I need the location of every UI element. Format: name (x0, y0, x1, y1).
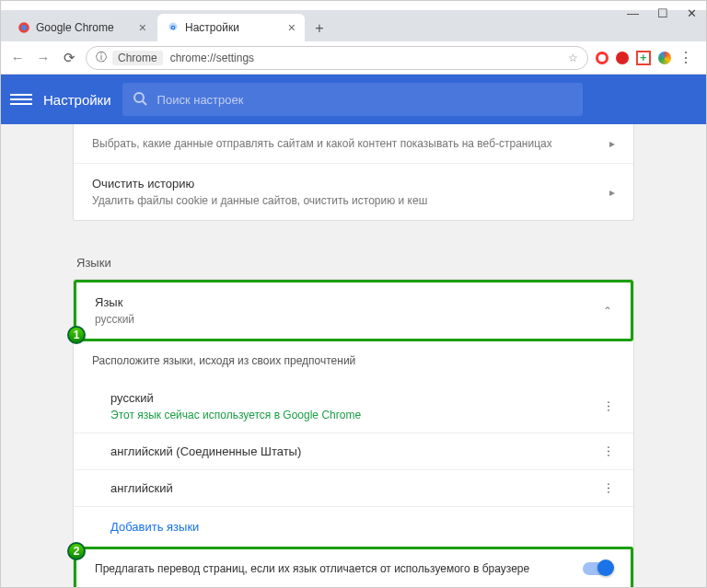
lang-item-en-us: английский (Соединенные Штаты) ⋯ (74, 433, 633, 470)
settings-content[interactable]: Выбрать, какие данные отправлять сайтам … (1, 124, 706, 588)
tabstrip: Google Chrome × Настройки × + (1, 10, 706, 41)
back-button[interactable]: ← (8, 49, 27, 67)
chrome-icon (17, 21, 30, 34)
close-tab-icon[interactable]: × (279, 20, 296, 35)
menu-icon[interactable]: ⋮ (678, 49, 693, 66)
extension-icons: + ⋮ (596, 49, 699, 66)
tab-google-chrome[interactable]: Google Chrome × (8, 14, 156, 41)
yandex-icon[interactable] (596, 52, 608, 64)
svg-point-1 (21, 25, 27, 30)
avatar[interactable] (658, 52, 671, 64)
annotation-badge-1: 1 (67, 326, 86, 344)
language-order-hint: Расположите языки, исходя из своих предп… (74, 341, 633, 380)
savefrom-icon[interactable]: + (636, 51, 651, 65)
search-input[interactable] (157, 93, 572, 107)
lang-item-russian: русский Этот язык сейчас используется в … (74, 380, 633, 433)
kebab-icon[interactable]: ⋯ (602, 400, 616, 413)
section-languages: Языки (73, 243, 634, 279)
row-language[interactable]: Язык русский ⌃ (76, 282, 631, 339)
kebab-icon[interactable]: ⋯ (602, 482, 616, 495)
tab-label: Настройки (185, 21, 239, 34)
tab-settings[interactable]: Настройки × (157, 14, 305, 41)
row-clear-history[interactable]: Очистить историю Удалить файлы cookie и … (74, 164, 633, 220)
row-content-settings[interactable]: Выбрать, какие данные отправлять сайтам … (74, 124, 633, 164)
chevron-right-icon: ▸ (609, 186, 615, 199)
reload-button[interactable]: ⟳ (60, 49, 78, 67)
row-translate-toggle[interactable]: Предлагать перевод страниц, если их язык… (76, 549, 631, 588)
search-settings[interactable] (122, 83, 583, 116)
maximize-button[interactable]: ☐ (657, 6, 668, 20)
toggle-on[interactable] (583, 562, 612, 575)
highlight-2: Предлагать перевод страниц, если их язык… (74, 547, 633, 588)
gear-icon (167, 21, 180, 34)
settings-header: Настройки (1, 75, 706, 124)
minimize-button[interactable]: — (627, 6, 639, 20)
svg-line-4 (143, 101, 146, 105)
add-language-link[interactable]: Добавить языки (74, 507, 633, 548)
close-window-button[interactable]: ✕ (687, 6, 697, 20)
info-icon: ⓘ (96, 50, 107, 65)
hamburger-icon[interactable] (10, 94, 32, 105)
forward-button: → (34, 49, 52, 67)
star-icon[interactable]: ☆ (568, 52, 578, 64)
kebab-icon[interactable]: ⋯ (602, 445, 616, 458)
adblock-icon[interactable] (616, 52, 629, 64)
address-bar: ← → ⟳ ⓘ Chrome chrome://settings ☆ + ⋮ (1, 41, 706, 75)
close-tab-icon[interactable]: × (130, 20, 146, 35)
url-text: chrome://settings (170, 52, 254, 64)
chevron-right-icon: ▸ (609, 137, 615, 150)
omnibox[interactable]: ⓘ Chrome chrome://settings ☆ (86, 46, 588, 70)
svg-point-3 (134, 93, 144, 102)
highlight-1: Язык русский ⌃ 1 (74, 280, 633, 341)
lang-item-en: английский ⋯ (74, 470, 633, 507)
page-title: Настройки (43, 92, 111, 108)
chevron-up-icon: ⌃ (603, 305, 612, 317)
annotation-badge-2: 2 (67, 542, 86, 560)
tab-label: Google Chrome (36, 21, 114, 34)
new-tab-button[interactable]: + (307, 16, 332, 41)
url-scheme: Chrome (112, 51, 163, 65)
search-icon (133, 92, 148, 107)
